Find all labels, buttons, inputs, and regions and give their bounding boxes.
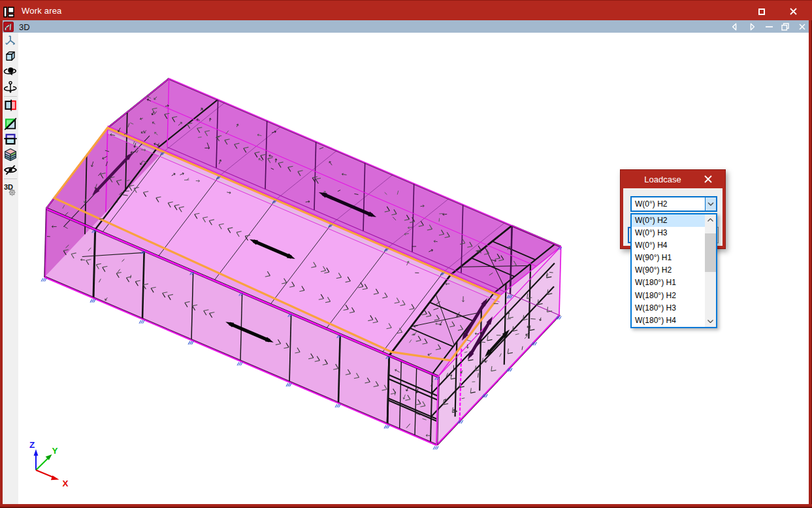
tab-3d[interactable]: 3D (3, 21, 30, 33)
combobox-value: W(0°) H2 (635, 197, 667, 211)
cube-3d-icon (4, 50, 17, 63)
svg-text:Y: Y (52, 446, 57, 456)
view-tabbar: 3D (3, 20, 809, 33)
dropdown-item[interactable]: W(180°) H4 (632, 314, 706, 327)
close-icon (799, 24, 805, 30)
toolbar-orbit-button[interactable] (3, 64, 18, 80)
render-mode-icon (3, 116, 18, 131)
toolbar-render-mode-button[interactable] (3, 116, 18, 131)
window-frame-bottom (0, 504, 812, 508)
spin-view-icon (3, 80, 18, 95)
toolbar-separator (4, 96, 17, 97)
pane-minimize-button[interactable] (761, 20, 777, 33)
window-titlebar: Work area (0, 0, 812, 20)
toolbar-separator (4, 178, 17, 179)
combobox-dropdown-button[interactable] (705, 197, 716, 211)
dropdown-item[interactable]: W(180°) H1 (632, 277, 706, 289)
work-area-layout-icon (3, 7, 14, 18)
dropdown-item[interactable]: W(90°) H2 (632, 264, 706, 277)
tab-next-button[interactable] (745, 20, 760, 33)
dropdown-item[interactable]: W(0°) H3 (632, 227, 706, 239)
clip-section-icon (3, 98, 18, 112)
application-window: Work area 3D (0, 0, 812, 508)
chevron-down-icon (707, 202, 714, 206)
hide-objects-icon (3, 164, 18, 176)
dropdown-item[interactable]: W(180°) H3 (632, 302, 706, 314)
chevron-up-icon (707, 218, 713, 222)
toolbar-hide-button[interactable] (3, 162, 18, 178)
dropdown-scrollbar[interactable] (705, 214, 716, 327)
dialog-title: Loadcase (621, 170, 705, 188)
toolbar-clip-section-button[interactable] (3, 97, 18, 113)
tab-3d-label: 3D (19, 22, 30, 32)
toolbar-3d-settings-button[interactable]: 3D (3, 182, 18, 197)
minimize-icon (765, 22, 773, 31)
dialog-close-button[interactable] (702, 173, 714, 185)
close-icon (790, 8, 797, 15)
svg-text:X: X (62, 479, 68, 488)
dropdown-item[interactable]: W(0°) H2 (632, 214, 706, 227)
toolbar-workplane-button[interactable] (3, 131, 18, 147)
dropdown-items: W(0°) H2W(0°) H3W(0°) H4W(90°) H1W(90°) … (632, 214, 706, 327)
orbit-view-icon (3, 65, 18, 78)
scrollbar-down-button[interactable] (705, 316, 716, 327)
window-title: Work area (22, 1, 62, 21)
dropdown-item[interactable]: W(0°) H4 (632, 239, 706, 252)
window-frame-right (809, 20, 812, 504)
toolbar-axes-tripod-button[interactable] (3, 33, 18, 48)
axes-tripod-icon (4, 34, 17, 47)
toolbar-layers-button[interactable] (3, 147, 18, 163)
arrow-left-icon (732, 23, 737, 31)
scrollbar-up-button[interactable] (705, 214, 716, 226)
loadcase-dropdown-list: W(0°) H2W(0°) H3W(0°) H4W(90°) H1W(90°) … (630, 213, 717, 328)
close-window-button[interactable] (786, 5, 800, 18)
close-icon (704, 175, 712, 183)
dropdown-item[interactable]: W(90°) H1 (632, 252, 706, 264)
settings-3d-icon: 3D (3, 182, 18, 197)
frame-model-icon (3, 22, 14, 32)
scrollbar-thumb[interactable] (705, 233, 716, 272)
tab-previous-button[interactable] (726, 20, 742, 33)
svg-text:Z: Z (29, 440, 35, 450)
chevron-down-icon (707, 320, 713, 323)
pane-close-button[interactable] (794, 20, 810, 33)
axis-triad: Z Y X (29, 440, 69, 488)
arrow-right-icon (750, 23, 755, 31)
dropdown-item[interactable]: W(180°) H2 (632, 290, 706, 302)
maximize-button[interactable] (755, 5, 769, 18)
view-toolbar: 3D (3, 33, 18, 504)
toolbar-cube-button[interactable] (3, 48, 18, 64)
pane-restore-button[interactable] (777, 20, 793, 33)
workplane-icon (3, 132, 18, 146)
maximize-icon (758, 8, 765, 15)
loadcase-combobox[interactable]: W(0°) H2 (630, 196, 717, 212)
restore-icon (781, 23, 789, 31)
toolbar-spin-button[interactable] (3, 80, 18, 95)
layers-icon (3, 148, 18, 162)
